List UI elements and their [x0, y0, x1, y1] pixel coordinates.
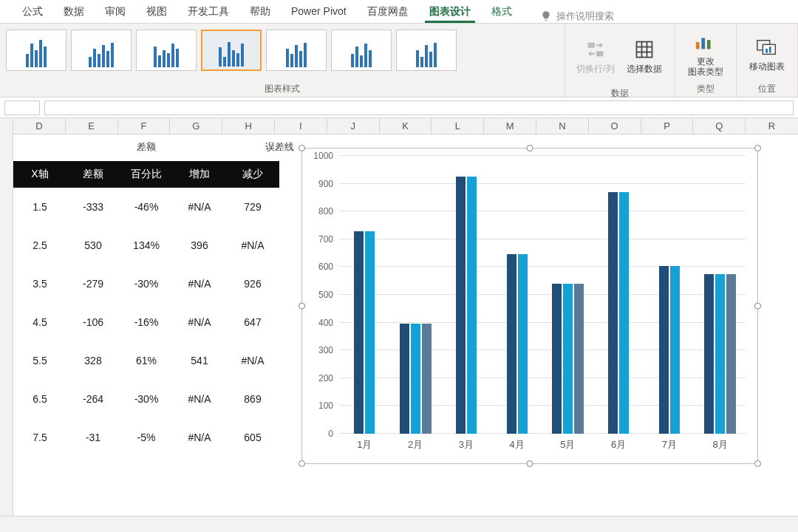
column-header[interactable]: R	[746, 118, 798, 134]
table-cell[interactable]: 61%	[120, 341, 173, 380]
column-header[interactable]: H	[222, 118, 275, 134]
table-cell[interactable]: 328	[66, 341, 120, 380]
chart-style-2[interactable]	[71, 30, 132, 71]
table-cell[interactable]: -264	[66, 380, 120, 418]
table-cell[interactable]: -31	[66, 418, 120, 457]
table-cell[interactable]: 134%	[120, 226, 173, 265]
column-header[interactable]: Q	[693, 118, 746, 134]
resize-handle[interactable]	[754, 460, 761, 467]
column-header[interactable]: E	[66, 118, 118, 134]
resize-handle[interactable]	[299, 460, 305, 467]
table-cell[interactable]: 396	[173, 226, 226, 265]
resize-handle[interactable]	[527, 460, 533, 467]
chart-bar[interactable]	[400, 324, 409, 434]
chart-bar[interactable]	[608, 192, 618, 434]
table-cell[interactable]: 7.5	[13, 418, 66, 457]
table-row[interactable]: 7.5-31-5%#N/A605	[13, 418, 279, 457]
select-data-button[interactable]: 选择数据	[620, 27, 669, 86]
table-cell[interactable]: 541	[173, 341, 226, 380]
chart-bar[interactable]	[422, 324, 432, 434]
tell-me-search[interactable]: 操作说明搜索	[522, 10, 614, 23]
table-header-cell[interactable]: 减少	[226, 161, 279, 188]
resize-handle[interactable]	[527, 145, 533, 151]
tab-review[interactable]: 审阅	[95, 0, 136, 23]
chart-style-3[interactable]	[136, 30, 197, 71]
table-cell[interactable]: 1.5	[13, 188, 66, 226]
table-row[interactable]: 4.5-106-16%#N/A647	[13, 303, 279, 341]
table-cell[interactable]: -5%	[120, 418, 173, 457]
table-cell[interactable]: -46%	[120, 188, 173, 226]
worksheet-area[interactable]: DEFGHIJKLMNOPQR 差额 误差线 X轴差额百分比增加减少 1.5-3…	[0, 118, 798, 532]
table-header-cell[interactable]: X轴	[13, 161, 66, 188]
table-cell[interactable]: -30%	[120, 380, 173, 418]
table-row[interactable]: 1.5-333-46%#N/A729	[13, 188, 279, 226]
chart-style-1[interactable]	[6, 30, 66, 71]
chart-bar[interactable]	[715, 274, 725, 434]
table-cell[interactable]: 729	[226, 188, 279, 226]
chart-bar[interactable]	[704, 274, 714, 434]
change-chart-type-button[interactable]: 更改 图表类型	[681, 27, 730, 81]
chart-plot-area[interactable]	[339, 156, 746, 434]
table-cell[interactable]: -279	[66, 265, 120, 303]
table-header-cell[interactable]: 百分比	[120, 161, 173, 188]
table-cell[interactable]: 3.5	[13, 265, 66, 303]
table-row[interactable]: 3.5-279-30%#N/A926	[13, 265, 279, 303]
column-header[interactable]: D	[13, 118, 66, 134]
resize-handle[interactable]	[754, 145, 761, 151]
table-row[interactable]: 2.5530134%396#N/A	[13, 226, 279, 265]
tab-powerpivot[interactable]: Power Pivot	[281, 0, 357, 23]
chart-style-6[interactable]	[331, 30, 392, 71]
table-cell[interactable]: 6.5	[13, 380, 66, 418]
table-row[interactable]: 5.532861%541#N/A	[13, 341, 279, 380]
chart-bar[interactable]	[365, 231, 375, 434]
table-cell[interactable]: 869	[226, 380, 279, 418]
table-cell[interactable]: 2.5	[13, 226, 66, 265]
tab-view[interactable]: 视图	[136, 0, 177, 23]
table-cell[interactable]: #N/A	[173, 265, 226, 303]
chart-styles-gallery[interactable]	[6, 27, 559, 71]
name-box[interactable]	[4, 100, 40, 115]
table-cell[interactable]: 5.5	[13, 341, 66, 380]
table-cell[interactable]: -16%	[120, 303, 173, 341]
resize-handle[interactable]	[754, 303, 761, 310]
tab-format[interactable]: 格式	[481, 0, 522, 23]
chart-bar[interactable]	[354, 231, 364, 434]
table-header-cell[interactable]: 增加	[173, 161, 226, 188]
table-cell[interactable]: -106	[66, 303, 120, 341]
chart-bar[interactable]	[456, 177, 466, 434]
tab-data[interactable]: 数据	[53, 0, 95, 23]
resize-handle[interactable]	[299, 145, 305, 151]
table-cell[interactable]: 530	[66, 226, 120, 265]
chart-style-7[interactable]	[396, 30, 457, 71]
chart-style-4[interactable]	[201, 30, 262, 71]
tab-help[interactable]: 帮助	[239, 0, 281, 23]
chart-bar[interactable]	[467, 177, 477, 434]
column-header[interactable]: P	[641, 118, 694, 134]
table-cell[interactable]: #N/A	[173, 188, 226, 226]
chart-style-5[interactable]	[266, 30, 327, 71]
table-cell[interactable]: #N/A	[173, 418, 226, 457]
table-cell[interactable]: 605	[226, 418, 279, 457]
chart-object[interactable]: 01002003004005006007008009001000 1月2月3月4…	[301, 148, 758, 464]
table-cell[interactable]: 926	[226, 265, 279, 303]
chart-bar[interactable]	[411, 324, 420, 434]
chart-bar[interactable]	[659, 266, 669, 434]
chart-bar[interactable]	[518, 254, 528, 434]
column-header[interactable]: G	[170, 118, 222, 134]
table-cell[interactable]: #N/A	[173, 380, 226, 418]
tab-dev[interactable]: 开发工具	[177, 0, 239, 23]
column-header[interactable]: L	[432, 118, 484, 134]
chart-bar[interactable]	[563, 284, 573, 434]
chart-bar[interactable]	[552, 284, 562, 434]
column-header[interactable]: M	[484, 118, 536, 134]
table-cell[interactable]: -333	[66, 188, 120, 226]
column-header[interactable]: J	[327, 118, 380, 134]
formula-input[interactable]	[44, 100, 794, 115]
column-header[interactable]: I	[275, 118, 327, 134]
table-cell[interactable]: 4.5	[13, 303, 66, 341]
chart-bar[interactable]	[670, 266, 680, 434]
column-header[interactable]: N	[536, 118, 589, 134]
table-header-cell[interactable]: 差额	[66, 161, 120, 188]
move-chart-button[interactable]: 移动图表	[743, 27, 791, 81]
tab-formula[interactable]: 公式	[12, 0, 53, 23]
